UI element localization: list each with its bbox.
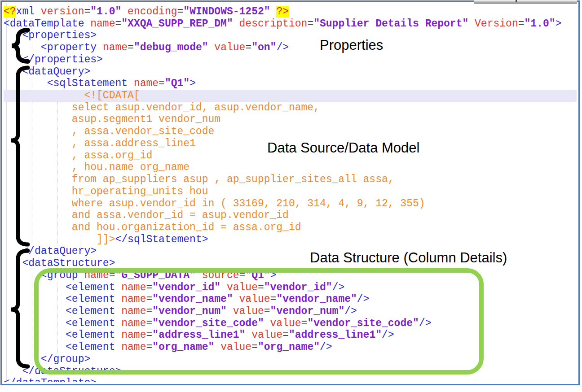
- scrollbar-tick: [516, 0, 517, 2]
- properties-brace-annotation: [5, 28, 33, 64]
- data-source-label: Data Source/Data Model: [267, 140, 419, 156]
- code-line: <dataQuery>: [4, 66, 577, 78]
- code-line: where asup.vendor_id in ( 33169, 210, 31…: [4, 198, 577, 210]
- code-line: <dataTemplate name="XXQA_SUPP_REP_DM" de…: [4, 18, 577, 30]
- code-line: , hou.name org_name: [4, 161, 577, 174]
- code-line: hr_operating_units hou: [4, 186, 577, 198]
- code-line: from ap_suppliers asup , ap_supplier_sit…: [4, 174, 577, 186]
- datastructure-brace-annotation: [5, 248, 33, 369]
- code-line: <properties>: [4, 30, 577, 42]
- code-line: , assa.vendor_site_code: [4, 126, 577, 138]
- code-line: <![CDATA[: [4, 90, 577, 102]
- code-line: and assa.vendor_id = asup.vendor_id: [4, 209, 577, 222]
- scrollbar-fragment[interactable]: [474, 0, 577, 4]
- code-line: <sqlStatement name="Q1">: [4, 78, 577, 90]
- code-line: </properties>: [4, 54, 577, 66]
- code-line: asup.segment1 vendor_num: [4, 113, 577, 126]
- dataquery-brace-annotation: [5, 65, 33, 247]
- group-highlight-box: [34, 268, 484, 375]
- code-line: and hou.organization_id = assa.org_id: [4, 222, 577, 234]
- code-line: <?xml version="1.0" encoding="WINDOWS-12…: [4, 6, 577, 18]
- code-line: select asup.vendor_id, asup.vendor_name,: [4, 102, 577, 114]
- properties-label: Properties: [320, 38, 383, 53]
- screenshot-root: <?xml version="1.0" encoding="WINDOWS-12…: [0, 0, 582, 392]
- data-structure-label: Data Structure (Column Details): [310, 250, 507, 266]
- code-line: ]]></sqlStatement>: [4, 234, 577, 246]
- code-line: <property name="debug_mode" value="on"/>: [4, 42, 577, 54]
- code-line: </dataTemplate>: [4, 377, 577, 382]
